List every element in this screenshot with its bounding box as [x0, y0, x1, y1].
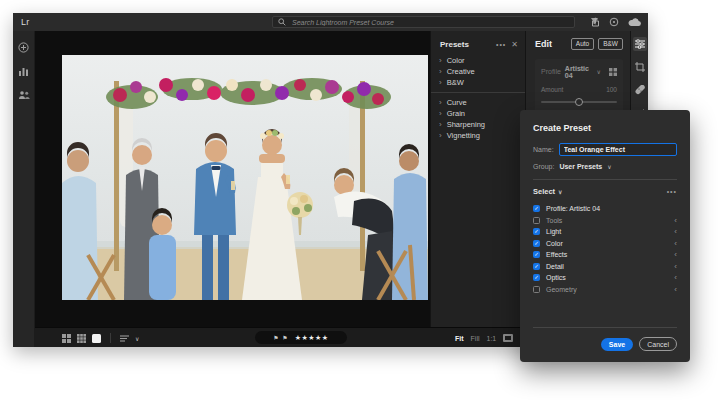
healing-brush-icon[interactable]: [633, 83, 647, 97]
name-label: Name:: [533, 146, 554, 153]
preset-group-grain[interactable]: › Grain: [431, 108, 525, 119]
preset-group-label: Color: [447, 56, 465, 65]
setting-row-effects[interactable]: Effects ‹: [533, 249, 677, 261]
setting-row-profile[interactable]: Profile: Artistic 04 ‹: [533, 203, 677, 215]
star-rating[interactable]: ★★★★★: [295, 334, 329, 342]
collapse-chevron-icon[interactable]: ‹: [674, 262, 677, 271]
chevron-right-icon: ›: [439, 120, 442, 129]
save-button[interactable]: Save: [601, 338, 633, 351]
chevron-right-icon: ›: [439, 131, 442, 140]
setting-row-color[interactable]: Color ‹: [533, 238, 677, 250]
checkbox[interactable]: [533, 251, 540, 258]
square-grid-view-icon[interactable]: [77, 334, 86, 343]
preset-group-label: B&W: [447, 78, 464, 87]
setting-row-tools[interactable]: Tools ‹: [533, 215, 677, 227]
select-dropdown[interactable]: Select: [533, 187, 555, 196]
dialog-title: Create Preset: [533, 123, 677, 133]
preset-group-bw[interactable]: › B&W: [431, 77, 525, 88]
zoom-view-icon[interactable]: [503, 334, 513, 342]
presets-close-icon[interactable]: ✕: [511, 40, 518, 49]
chevron-down-icon: ∨: [597, 68, 601, 75]
preset-group-color[interactable]: › Color: [431, 55, 525, 66]
search-bar[interactable]: [272, 16, 575, 28]
collapse-chevron-icon[interactable]: ‹: [674, 250, 677, 259]
checkbox[interactable]: [533, 286, 540, 293]
preset-group-sharpening[interactable]: › Sharpening: [431, 119, 525, 130]
amount-slider[interactable]: [541, 98, 617, 106]
preset-group-vignetting[interactable]: › Vignetting: [431, 130, 525, 141]
collapse-chevron-icon[interactable]: ‹: [674, 239, 677, 248]
share-icon[interactable]: [591, 17, 600, 27]
preset-settings-list: Profile: Artistic 04 ‹ Tools ‹ Light ‹ C…: [533, 203, 677, 295]
shared-photos-icon[interactable]: [18, 90, 30, 100]
crop-icon[interactable]: [633, 60, 647, 74]
edit-panel-title: Edit: [535, 39, 567, 49]
checkbox[interactable]: [533, 263, 540, 270]
search-input[interactable]: [290, 18, 569, 27]
cloud-icon[interactable]: [628, 18, 641, 27]
divider: [533, 179, 677, 180]
checkbox[interactable]: [533, 205, 540, 212]
slider-knob[interactable]: [575, 98, 583, 106]
my-photos-icon[interactable]: [18, 66, 29, 77]
setting-label: Color: [546, 240, 563, 247]
collapse-chevron-icon[interactable]: ‹: [674, 216, 677, 225]
chevron-down-icon: ∨: [558, 188, 562, 195]
preset-group-label: Grain: [447, 109, 465, 118]
preset-group-creative[interactable]: › Creative: [431, 66, 525, 77]
chevron-right-icon: ›: [439, 67, 442, 76]
profile-value[interactable]: Artistic 04: [565, 65, 593, 79]
divider: [110, 333, 111, 343]
ratio-button[interactable]: 1:1: [487, 335, 497, 342]
collapse-chevron-icon[interactable]: ‹: [674, 227, 677, 236]
lightroom-logo: Lr: [21, 17, 30, 27]
setting-row-geometry[interactable]: Geometry ‹: [533, 284, 677, 296]
setting-label: Effects: [546, 251, 567, 258]
left-sidebar: [13, 31, 35, 347]
setting-row-light[interactable]: Light ‹: [533, 226, 677, 238]
sort-icon[interactable]: [120, 335, 129, 342]
chevron-right-icon: ›: [439, 56, 442, 65]
profile-label: Profile: [541, 68, 561, 75]
preset-group-label: Vignetting: [447, 131, 480, 140]
setting-row-detail[interactable]: Detail ‹: [533, 261, 677, 273]
profile-grid-icon[interactable]: [609, 68, 617, 76]
collapse-chevron-icon[interactable]: ‹: [674, 285, 677, 294]
sync-status-icon[interactable]: [609, 17, 619, 27]
setting-label: Profile: Artistic 04: [546, 205, 600, 212]
dialog-menu-icon[interactable]: •••: [667, 188, 677, 195]
checkbox[interactable]: [533, 217, 540, 224]
preset-group-label: Sharpening: [447, 120, 485, 129]
photo-wedding-scene[interactable]: [62, 55, 428, 300]
fill-button[interactable]: Fill: [471, 335, 480, 342]
auto-button[interactable]: Auto: [571, 38, 594, 50]
setting-row-optics[interactable]: Optics ‹: [533, 272, 677, 284]
setting-label: Geometry: [546, 286, 577, 293]
setting-label: Detail: [546, 263, 564, 270]
edit-sliders-icon[interactable]: [633, 37, 647, 51]
group-value[interactable]: User Presets: [559, 163, 602, 170]
search-icon: [278, 18, 286, 26]
fit-button[interactable]: Fit: [455, 335, 464, 342]
preset-group-label: Creative: [447, 67, 475, 76]
checkbox[interactable]: [533, 228, 540, 235]
checkbox[interactable]: [533, 240, 540, 247]
preset-group-curve[interactable]: › Curve: [431, 97, 525, 108]
profile-section: Profile Artistic 04 ∨ Amount 100: [535, 59, 623, 114]
presets-menu-icon[interactable]: •••: [496, 41, 506, 48]
preset-group-label: Curve: [447, 98, 467, 107]
chevron-down-icon: ∨: [135, 335, 139, 342]
photo-canvas-area: [35, 31, 430, 327]
cancel-button[interactable]: Cancel: [639, 337, 677, 351]
collapse-chevron-icon[interactable]: ‹: [674, 273, 677, 282]
flag-icons[interactable]: ⚑ ⚑: [273, 334, 288, 341]
amount-label: Amount: [541, 86, 563, 93]
preset-name-input[interactable]: [559, 143, 677, 156]
add-photos-icon[interactable]: [18, 42, 29, 53]
detail-view-icon[interactable]: [92, 334, 101, 343]
grid-view-icon[interactable]: [62, 334, 71, 343]
checkbox[interactable]: [533, 274, 540, 281]
setting-label: Light: [546, 228, 561, 235]
chevron-down-icon: ∨: [607, 163, 611, 170]
bw-button[interactable]: B&W: [598, 38, 623, 50]
